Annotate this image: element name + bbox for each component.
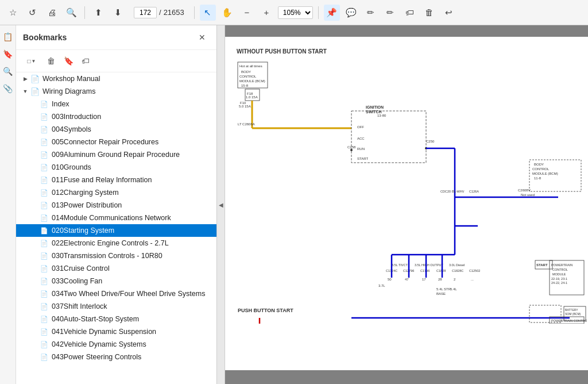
item-label-005: 005Connector Repair Procedures [52,138,212,146]
tree-item-wiring[interactable]: ▼ 📄 Wiring Diagrams [16,85,216,98]
svg-text:START: START [536,263,548,267]
tree-item-041[interactable]: 📄041Vehicle Dynamic Suspension [16,325,216,338]
zoom-select[interactable]: 105% 100% 75% 150% [278,6,313,19]
delete-button[interactable]: 🗑 [421,5,438,21]
zoom-in-button[interactable]: + [258,5,274,21]
pan-tool-button[interactable]: ✋ [219,5,235,21]
svg-text:C1828: C1828 [436,269,446,272]
tree-item-043[interactable]: 📄043Power Steering Controls [16,351,216,363]
svg-text:Hot at all times: Hot at all times [239,64,262,68]
svg-text:15-8: 15-8 [241,84,249,87]
add-bookmark-button[interactable]: 🔖 [61,53,76,68]
layers-icon[interactable]: 📋 [1,30,15,44]
item-label-040: 040Auto-Start-Stop System [52,315,212,323]
svg-text:...: ... [471,278,474,281]
wiring-label: Wiring Diagrams [42,87,212,95]
tree-item-012[interactable]: 📄012Charging System [16,186,216,199]
tree-item-013[interactable]: 📄013Power Distribution [16,199,216,212]
svg-text:47: 47 [405,278,409,281]
zoom-control: 105% 100% 75% 150% [278,6,313,19]
doc-icon: 📄 [39,101,49,108]
svg-text:3.0L Diesel: 3.0L Diesel [449,263,465,267]
svg-text:22-19, 23-1: 22-19, 23-1 [551,277,567,281]
tree-item-020[interactable]: 📄020Starting System [16,224,216,237]
delete-bookmark-button[interactable]: 🗑 [44,53,59,68]
doc-icon: 📄 [39,126,49,133]
print-button[interactable]: 🖨 [44,5,60,21]
svg-text:24-22, 24-1: 24-22, 24-1 [551,281,567,285]
bookmark-button[interactable]: ☆ [5,5,21,21]
bookmarks-title: Bookmarks [23,33,67,42]
expand-workshop[interactable]: ▶ [21,74,30,83]
svg-text:13-80: 13-80 [377,114,386,117]
svg-text:C250: C250 [426,140,435,143]
page-input[interactable] [134,7,157,18]
tree-item-009[interactable]: 📄009Aluminum Ground Repair Procedure [16,148,216,161]
tree-item-011[interactable]: 📄011Fuse and Relay Information [16,174,216,186]
tree-item-003[interactable]: 📄003Introduction [16,110,216,123]
cursor-tool-button[interactable]: ↖ [200,5,216,21]
tree-item-040[interactable]: 📄040Auto-Start-Stop System [16,313,216,325]
tree-item-031[interactable]: 📄031Cruise Control [16,262,216,275]
svg-text:CONTROL: CONTROL [552,268,568,271]
find-button[interactable]: 🔍 [63,5,79,21]
tree-item-034[interactable]: 📄034Two Wheel Drive/Four Wheel Drive Sys… [16,287,216,300]
item-label-012: 012Charging System [52,189,212,197]
doc-icon: 📄 [39,189,49,197]
zoom-out-button[interactable]: − [239,5,255,21]
item-label-020: 020Starting System [52,226,212,235]
panel-collapse-handle[interactable]: ◀ [217,25,225,384]
pdf-viewer[interactable]: WITHOUT PUSH BUTTON START Hot at all tim… [225,25,588,384]
svg-text:PUSH BUTTON START: PUSH BUTTON START [238,308,293,313]
search-icon[interactable]: 🔍 [1,64,15,78]
tree-item-037[interactable]: 📄037Shift Interlock [16,300,216,313]
tree-item-022[interactable]: 📄022Electronic Engine Controls - 2.7L [16,237,216,249]
tree-item-005[interactable]: 📄005Connector Repair Procedures [16,136,216,148]
close-panel-button[interactable]: ✕ [195,30,210,45]
highlight-tool-button[interactable]: 📌 [324,5,340,21]
expand-wiring[interactable]: ▼ [21,87,30,96]
tree-item-index[interactable]: 📄Index [16,98,216,110]
svg-text:BL-WHV: BL-WHV [452,190,465,193]
page-total: 21653 [164,8,184,17]
svg-text:BODY: BODY [241,70,251,74]
section1-title: WITHOUT PUSH BUTTON START [237,48,581,55]
svg-text:C258: C258 [347,145,356,149]
separator-3 [318,6,319,19]
svg-text:17: 17 [422,278,426,281]
item-label-013: 013Power Distribution [52,201,212,209]
nav-up-button[interactable]: ⬆ [90,5,106,21]
bookmarks-icon[interactable]: 🔖 [1,47,15,61]
rotate-left-button[interactable]: ↺ [24,5,40,21]
svg-text:POWERTRAIN: POWERTRAIN [551,263,572,267]
folder-icon-2: 📄 [30,87,40,96]
tree-item-004[interactable]: 📄004Symbols [16,123,216,136]
tree-item-workshop[interactable]: ▶ 📄 Workshop Manual [16,72,216,85]
item-label-022: 022Electronic Engine Controls - 2.7L [52,239,212,247]
tree-item-033[interactable]: 📄033Cooling Fan [16,275,216,287]
tag-button[interactable]: 🏷 [78,53,93,68]
collapse-arrow-icon: ◀ [219,202,223,208]
nav-down-button[interactable]: ⬇ [110,5,126,21]
svg-text:Not used: Not used [521,193,535,197]
item-label-004: 004Symbols [52,125,212,133]
svg-text:BATTERY: BATTERY [565,308,578,312]
svg-text:SWITCH: SWITCH [366,110,382,114]
eraser-button[interactable]: ✏ [382,5,399,21]
bookmarks-panel: Bookmarks ✕ □▼ 🗑 🔖 🏷 ▶ 📄 Workshop Manual… [16,25,217,384]
tree-item-030[interactable]: 📄030Transmission Controls - 10R80 [16,249,216,262]
svg-text:C12502: C12502 [469,269,480,272]
stamp-button[interactable]: 🏷 [402,5,418,21]
item-label-003: 003Introduction [52,113,212,121]
pen-button[interactable]: ✏ [363,5,379,21]
expand-all-button[interactable]: □▼ [22,53,41,68]
svg-text:3.7L: 3.7L [378,284,385,287]
undo-button[interactable]: ↩ [441,5,457,21]
attach-icon[interactable]: 📎 [1,82,15,95]
tree-item-042[interactable]: 📄042Vehicle Dynamic Systems [16,338,216,351]
svg-point-23 [350,149,353,151]
comment-button[interactable]: 💬 [343,5,359,21]
tree-item-014[interactable]: 📄014Module Communications Network [16,212,216,224]
svg-text:ACC: ACC [357,137,365,140]
tree-item-010[interactable]: 📄010Grounds [16,161,216,174]
